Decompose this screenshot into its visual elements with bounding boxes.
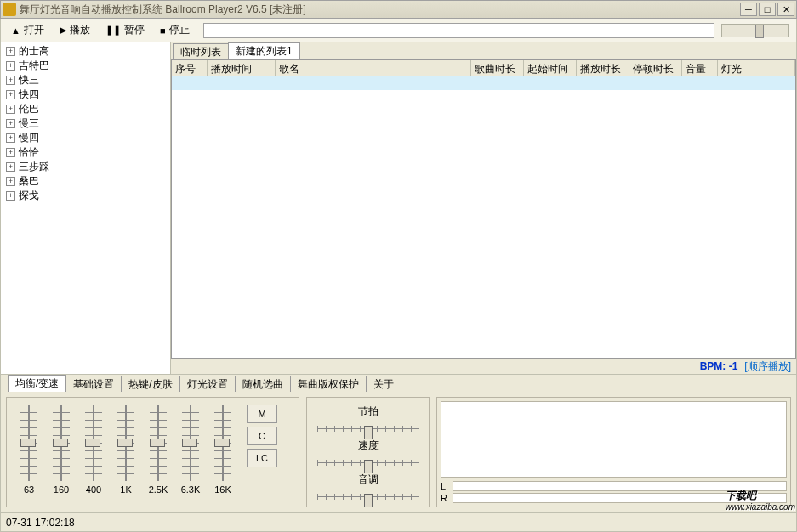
beat-label: 节拍 [358, 405, 379, 419]
col-duration[interactable]: 歌曲时长 [471, 60, 524, 76]
pause-button[interactable]: ❚❚暂停 [99, 21, 151, 40]
beat-slider[interactable] [317, 426, 419, 432]
maximize-button[interactable]: □ [759, 3, 776, 16]
col-pauselen[interactable]: 停顿时长 [629, 60, 682, 76]
expand-icon[interactable]: + [6, 177, 15, 186]
title-bar: 舞厅灯光音响自动播放控制系统 Ballroom Player2 V6.5 [未注… [0, 0, 797, 19]
selected-row[interactable] [172, 76, 795, 90]
tree-item[interactable]: +快三 [3, 73, 168, 88]
play-icon: ▶ [60, 25, 66, 36]
app-icon [3, 3, 16, 16]
expand-icon[interactable]: + [6, 105, 15, 114]
eq-band-label: 160 [54, 484, 69, 495]
col-volume[interactable]: 音量 [682, 60, 718, 76]
tree-item[interactable]: +伦巴 [3, 102, 168, 116]
playlist-status: BPM: -1 [顺序播放] [171, 359, 796, 374]
eq-c-button[interactable]: C [247, 427, 277, 445]
expand-icon[interactable]: + [6, 47, 15, 56]
tab-temp-list[interactable]: 临时列表 [173, 43, 229, 59]
settings-tab[interactable]: 均衡/变速 [8, 375, 66, 392]
settings-tab[interactable]: 热键/皮肤 [121, 376, 179, 392]
meter-r-label: R [441, 493, 449, 503]
meter-r-bar [453, 493, 787, 503]
playlist-header: 序号 播放时间 歌名 歌曲时长 起始时间 播放时长 停顿时长 音量 灯光 [171, 59, 796, 76]
close-button[interactable]: ✕ [777, 3, 794, 16]
tree-item-label: 桑巴 [19, 174, 39, 189]
eq-band-label: 16K [214, 484, 231, 495]
col-playtime[interactable]: 播放时间 [208, 60, 276, 76]
tree-item-label: 慢四 [19, 131, 39, 145]
tree-item[interactable]: +慢四 [3, 131, 168, 145]
minimize-button[interactable]: ─ [740, 3, 757, 16]
tree-item-label: 探戈 [19, 189, 39, 203]
settings-tab[interactable]: 随机选曲 [235, 376, 291, 392]
tempo-panel: 节拍 速度 音调 [306, 397, 430, 507]
tree-item[interactable]: +慢三 [3, 116, 168, 131]
eq-m-button[interactable]: M [247, 405, 277, 423]
equalizer-panel: 631604001K2.5K6.3K16K M C LC [6, 397, 299, 507]
col-songname[interactable]: 歌名 [276, 60, 471, 76]
bpm-label: BPM: -1 [700, 360, 738, 372]
eq-band-label: 6.3K [181, 484, 201, 495]
expand-icon[interactable]: + [6, 191, 15, 201]
eq-band-label: 1K [120, 484, 131, 495]
col-index[interactable]: 序号 [172, 60, 208, 76]
expand-icon[interactable]: + [6, 148, 15, 157]
progress-bar[interactable] [203, 23, 714, 38]
eq-lc-button[interactable]: LC [247, 449, 277, 467]
playlist-tabs: 临时列表 新建的列表1 [171, 42, 796, 59]
speed-slider[interactable] [317, 460, 419, 466]
datetime-label: 07-31 17:02:18 [6, 517, 75, 529]
tree-item-label: 的士高 [19, 44, 49, 59]
eq-slider[interactable] [214, 405, 231, 481]
play-button[interactable]: ▶播放 [53, 21, 97, 40]
tree-item-label: 吉特巴 [19, 59, 49, 73]
play-mode-link[interactable]: [顺序播放] [744, 359, 791, 374]
tree-item[interactable]: +三步踩 [3, 160, 168, 174]
tab-new-list-1[interactable]: 新建的列表1 [228, 42, 300, 59]
category-tree[interactable]: +的士高+吉特巴+快三+快四+伦巴+慢三+慢四+恰恰+三步踩+桑巴+探戈 [1, 42, 171, 374]
stop-icon: ■ [160, 25, 166, 36]
pitch-slider[interactable] [317, 494, 419, 500]
expand-icon[interactable]: + [6, 133, 15, 143]
tree-item[interactable]: +恰恰 [3, 145, 168, 160]
col-starttime[interactable]: 起始时间 [524, 60, 577, 76]
eq-band-label: 63 [24, 484, 34, 495]
volume-slider[interactable] [721, 24, 789, 37]
tree-item-label: 快三 [19, 73, 39, 88]
window-title: 舞厅灯光音响自动播放控制系统 Ballroom Player2 V6.5 [未注… [20, 3, 740, 17]
expand-icon[interactable]: + [6, 76, 15, 85]
settings-tab[interactable]: 关于 [366, 376, 401, 392]
eq-slider[interactable] [117, 405, 134, 481]
expand-icon[interactable]: + [6, 119, 15, 128]
tree-item-label: 恰恰 [19, 145, 39, 160]
eq-slider[interactable] [20, 405, 37, 481]
tree-item[interactable]: +桑巴 [3, 174, 168, 189]
open-button[interactable]: ▲打开 [4, 21, 51, 40]
eq-slider[interactable] [85, 405, 102, 481]
visualizer-box [441, 401, 787, 478]
pitch-label: 音调 [358, 473, 379, 487]
expand-icon[interactable]: + [6, 162, 15, 172]
tree-item-label: 三步踩 [19, 160, 49, 174]
expand-icon[interactable]: + [6, 90, 15, 99]
stop-button[interactable]: ■停止 [153, 21, 196, 40]
playlist-body[interactable] [171, 76, 796, 359]
tree-item[interactable]: +探戈 [3, 189, 168, 203]
expand-icon[interactable]: + [6, 61, 15, 71]
eject-icon: ▲ [11, 25, 20, 36]
settings-tab[interactable]: 灯光设置 [179, 376, 236, 392]
settings-tab[interactable]: 舞曲版权保护 [290, 376, 367, 392]
tree-item[interactable]: +的士高 [3, 44, 168, 59]
eq-slider[interactable] [150, 405, 167, 481]
col-playlen[interactable]: 播放时长 [577, 60, 629, 76]
meter-l-bar [453, 481, 787, 491]
settings-tab[interactable]: 基础设置 [65, 376, 122, 392]
toolbar: ▲打开 ▶播放 ❚❚暂停 ■停止 [0, 19, 797, 42]
tree-item[interactable]: +快四 [3, 88, 168, 102]
col-light[interactable]: 灯光 [718, 60, 795, 76]
pause-icon: ❚❚ [105, 25, 121, 36]
eq-slider[interactable] [53, 405, 70, 481]
tree-item[interactable]: +吉特巴 [3, 59, 168, 73]
eq-slider[interactable] [182, 405, 199, 481]
